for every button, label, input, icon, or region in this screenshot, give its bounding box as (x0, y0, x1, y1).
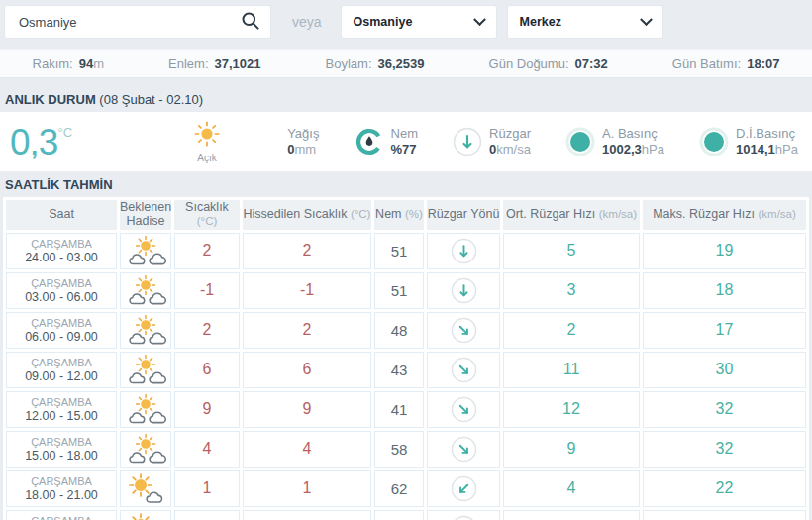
cell-humidity: 51 (374, 233, 424, 269)
city-search-box[interactable] (5, 6, 270, 38)
district-select-value: Merkez (520, 15, 561, 29)
cell-max-wind: 32 (643, 431, 806, 468)
wind-direction-icon (451, 436, 477, 463)
partly-cloudy-icon (123, 275, 168, 306)
search-input[interactable] (17, 14, 239, 31)
chevron-down-icon (473, 13, 486, 26)
chevron-down-icon (640, 13, 653, 26)
cell-time: ÇARŞAMBA21.00 - 24.00 (6, 510, 117, 520)
cell-temperature: 6 (174, 352, 240, 388)
cell-time: ÇARŞAMBA06.00 - 09.00 (6, 312, 117, 349)
wind-direction-icon (451, 475, 477, 502)
wind-direction-icon (451, 277, 477, 304)
column-header: Nem (%) (374, 200, 424, 230)
info-label: Gün Doğumu: (489, 56, 569, 71)
temperature-unit: °C (57, 125, 72, 140)
forecast-row: ÇARŞAMBA12.00 - 15.0099411232 (6, 391, 806, 428)
cell-feels-like: 6 (243, 352, 371, 388)
sealevel-value: 1014,1 (736, 142, 775, 156)
info-label: Enlem: (168, 56, 208, 71)
forecast-section-title: SAATLİK TAHMİN (0, 171, 812, 197)
sealevel-label: D.İ.Basınç (736, 126, 798, 142)
cell-humidity: 51 (374, 272, 424, 309)
province-select[interactable]: Osmaniye (342, 6, 496, 38)
forecast-table-body: ÇARŞAMBA24.00 - 03.002251519ÇARŞAMBA03.0… (6, 233, 806, 520)
cell-wind-direction (427, 352, 500, 388)
wind-direction-icon (451, 396, 477, 423)
district-select[interactable]: Merkez (508, 6, 662, 38)
cell-condition (120, 510, 171, 520)
cell-condition (120, 391, 171, 428)
forecast-row: ÇARŞAMBA03.00 - 06.00-1-151318 (6, 272, 806, 309)
forecast-row: ÇARŞAMBA15.00 - 18.004458932 (6, 431, 806, 468)
cell-feels-like: 1 (243, 470, 371, 507)
forecast-row: ÇARŞAMBA18.00 - 21.001162422 (6, 470, 806, 507)
top-bar: veya Osmaniye Merkez (0, 0, 812, 45)
wind-metric: Rüzgar 0km/sa (453, 126, 531, 158)
wind-direction-icon (453, 127, 482, 156)
cell-humidity: 48 (374, 312, 424, 349)
sun-icon (193, 134, 221, 151)
partly-cloudy-icon (123, 355, 168, 385)
cell-wind-direction (427, 391, 500, 428)
cell-avg-wind: 11 (503, 352, 640, 388)
cell-max-wind: 32 (643, 391, 806, 428)
info-label: Rakım: (33, 56, 73, 71)
wind-direction-icon (451, 317, 477, 344)
cell-humidity: 47 (374, 510, 424, 520)
column-header: Hissedilen Sıcaklık (°C) (243, 200, 371, 230)
info-label: Gün Batımı: (672, 56, 741, 71)
cell-temperature: 2 (174, 233, 240, 269)
cell-feels-like: 9 (243, 391, 371, 428)
cell-temperature: 9 (174, 391, 240, 428)
wind-direction-icon (451, 238, 477, 264)
info-item: Gün Doğumu:07:32 (489, 56, 608, 71)
current-condition: Açık (161, 120, 253, 163)
cell-max-wind: 30 (643, 352, 806, 388)
search-icon (241, 11, 260, 34)
cell-wind-direction (427, 470, 500, 507)
humidity-label: Nem (391, 126, 418, 142)
precip-label: Yağış (287, 126, 319, 142)
cell-avg-wind: 12 (503, 391, 640, 428)
cell-feels-like: -1 (243, 272, 371, 309)
pressure-label: A. Basınç (602, 126, 664, 142)
sealevel-pressure-metric: D.İ.Basınç 1014,1hPa (699, 126, 798, 158)
cell-avg-wind: 5 (503, 233, 640, 269)
humidity-metric: Nem %77 (355, 126, 418, 158)
column-header: Maks. Rüzgar Hızı (km/sa) (643, 200, 806, 230)
current-temperature: 0,3°C (10, 124, 127, 160)
sealevel-unit: hPa (775, 142, 798, 156)
cell-avg-wind: 9 (503, 431, 640, 468)
wind-unit: km/sa (496, 142, 531, 156)
cell-wind-direction (427, 510, 500, 520)
forecast-title-text: SAATLİK TAHMİN (5, 177, 113, 192)
current-conditions-panel: 0,3°C Açık Yağış 0mm Nem %77 Rüzgar 0km/… (0, 112, 812, 171)
humidity-gauge-icon (355, 127, 384, 156)
cell-max-wind: 17 (643, 312, 806, 349)
forecast-table-wrap: SaatBeklenen HadiseSıcaklık (°C)Hissedil… (3, 197, 809, 520)
mostly-sunny-icon (123, 513, 168, 520)
current-title-period: (08 Şubat - 02.10) (99, 92, 203, 107)
cell-wind-direction (427, 233, 500, 269)
cell-avg-wind: 4 (503, 470, 640, 507)
partly-cloudy-icon (123, 434, 168, 465)
cell-temperature: -1 (174, 272, 240, 309)
forecast-row: ÇARŞAMBA09.00 - 12.0066431130 (6, 352, 806, 388)
cell-max-wind: 15 (643, 510, 806, 520)
cell-time: ÇARŞAMBA09.00 - 12.00 (6, 352, 117, 388)
mostly-sunny-icon (123, 473, 168, 504)
search-button[interactable] (239, 9, 262, 36)
condition-label: Açık (161, 153, 253, 163)
cell-feels-like: 4 (243, 431, 371, 468)
pressure-icon (699, 127, 729, 156)
wind-direction-icon (451, 357, 477, 383)
cell-humidity: 41 (374, 391, 424, 428)
cell-humidity: 62 (374, 470, 424, 507)
cell-feels-like: 2 (243, 233, 371, 269)
info-item: Boylam:36,2539 (326, 56, 425, 71)
pressure-icon (565, 127, 595, 156)
cell-condition (120, 233, 171, 269)
cell-condition (120, 272, 171, 309)
cell-max-wind: 19 (643, 233, 806, 269)
